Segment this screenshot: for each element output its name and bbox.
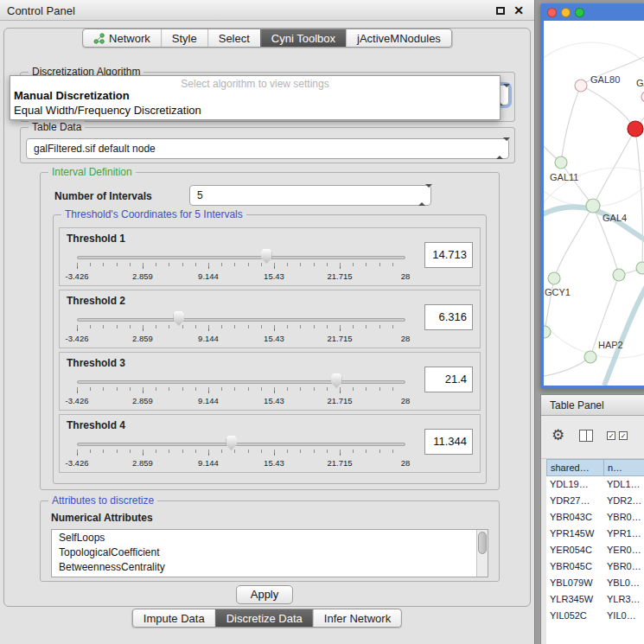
table-header-row: shared… n…: [546, 459, 644, 476]
threshold-label: Threshold 2: [67, 295, 125, 307]
table-cell[interactable]: YDR2…: [603, 493, 644, 509]
checkbox-icon[interactable]: ✓: [607, 431, 615, 440]
table-cell[interactable]: YIL0…: [603, 608, 644, 624]
column-header[interactable]: n…: [603, 459, 644, 476]
tab-label: Cyni Toolbox: [271, 32, 335, 45]
checkbox-icon[interactable]: ✓: [619, 431, 628, 440]
table-cell[interactable]: YBR0…: [603, 509, 644, 526]
dropdown-option[interactable]: Manual Discretization: [14, 89, 130, 102]
node-label: GCY1: [545, 287, 571, 297]
columns-icon[interactable]: [579, 430, 593, 442]
slider-ticks: [77, 263, 405, 266]
table-row[interactable]: YER054C YER0…: [546, 542, 644, 558]
table-row[interactable]: YBR045C YBR0…: [546, 558, 644, 575]
slider-thumb[interactable]: [173, 311, 184, 326]
table-cell[interactable]: YPR1…: [603, 526, 644, 542]
slider-thumb[interactable]: [331, 373, 342, 388]
tab-style[interactable]: Style: [161, 29, 207, 47]
tick-label: 28: [401, 396, 411, 405]
tick-label: 15.43: [264, 396, 284, 405]
tick-label: -3.426: [66, 458, 89, 468]
dropdown-option[interactable]: Equal Width/Frequency Discretization: [14, 104, 201, 117]
table-cell[interactable]: YBR045C: [546, 558, 603, 575]
attributes-list[interactable]: SelfLoops TopologicalCoefficient Between…: [51, 529, 488, 577]
table-cell[interactable]: YDR27…: [546, 493, 603, 509]
column-header[interactable]: shared…: [546, 459, 603, 476]
slider-track[interactable]: [77, 318, 405, 322]
table-row[interactable]: YBL079W YBL0…: [546, 575, 644, 591]
threshold-slider[interactable]: -3.426 2.859 9.144 15.43 21.715 28: [77, 436, 405, 472]
threshold-slider[interactable]: -3.426 2.859 9.144 15.43 21.715 28: [77, 373, 405, 410]
stepper-icon: [496, 141, 504, 156]
close-icon[interactable]: ✕: [513, 3, 524, 17]
network-view-window[interactable]: GAL80 GA GAL11 GAL4 GCY1 HAP2: [540, 3, 644, 389]
threshold-value-field[interactable]: 11.344: [424, 429, 473, 455]
table-cell[interactable]: YDL1…: [603, 476, 644, 493]
table-cell[interactable]: YBR0…: [603, 558, 644, 575]
list-item[interactable]: BetweennessCentrality: [52, 559, 488, 574]
tab-cyni-toolbox[interactable]: Cyni Toolbox: [260, 29, 346, 47]
tab-label: Infer Network: [324, 612, 391, 625]
table-cell[interactable]: YBL079W: [546, 575, 603, 591]
tab-discretize-data[interactable]: Discretize Data: [215, 609, 313, 627]
vertical-scrollbar[interactable]: [476, 530, 488, 577]
num-intervals-combobox[interactable]: 5: [189, 185, 431, 206]
table-cell[interactable]: YPR145W: [546, 526, 603, 542]
slider-thumb[interactable]: [226, 436, 237, 450]
list-item[interactable]: TopologicalCoefficient: [52, 545, 488, 559]
threshold-value-field[interactable]: 6.316: [424, 304, 473, 330]
tab-infer-network[interactable]: Infer Network: [313, 609, 401, 627]
tick-label: 9.144: [198, 396, 219, 405]
minimize-traffic-light[interactable]: [561, 8, 571, 17]
threshold-panel: Threshold 2 -3.426 2.859 9.144 15.43 21.…: [59, 290, 481, 348]
combobox-value: 5: [197, 189, 203, 201]
table-row[interactable]: YIL052C YIL0…: [546, 608, 644, 624]
table-cell[interactable]: YBR043C: [546, 509, 603, 526]
slider-track[interactable]: [77, 256, 405, 259]
float-window-icon[interactable]: [496, 7, 505, 15]
num-intervals-label: Number of Intervals: [54, 190, 152, 202]
table-cell[interactable]: YIL052C: [546, 608, 603, 624]
table-row[interactable]: YBR043C YBR0…: [546, 509, 644, 526]
table-cell[interactable]: YER054C: [546, 542, 603, 558]
table-row[interactable]: YLR345W YLR3…: [546, 591, 644, 608]
tick-label: 9.144: [198, 271, 219, 281]
table-cell[interactable]: YER0…: [603, 542, 644, 558]
table-cell[interactable]: YLR3…: [603, 591, 644, 608]
table-row[interactable]: YDR27… YDR2…: [546, 493, 644, 509]
slider-track[interactable]: [77, 380, 405, 384]
scrollbar-thumb[interactable]: [478, 532, 487, 554]
network-canvas[interactable]: GAL80 GA GAL11 GAL4 GCY1 HAP2: [544, 21, 644, 386]
table-cell[interactable]: YDL19…: [546, 476, 603, 493]
threshold-value-field[interactable]: 14.713: [424, 242, 473, 268]
tab-network[interactable]: Network: [83, 29, 161, 47]
control-panel-window: Control Panel ✕ Discretization Algorithm…: [0, 0, 535, 644]
group-title: Table Data: [29, 121, 85, 133]
apply-button[interactable]: Apply: [236, 585, 293, 604]
tick-label: 15.43: [264, 271, 284, 281]
table-cell[interactable]: YBL0…: [603, 575, 644, 591]
thresholds-group: Threshold's Coordinates for 5 Intervals …: [53, 214, 487, 484]
table-data-combobox[interactable]: galFiltered.sif default node: [26, 138, 509, 159]
list-item[interactable]: SelfLoops: [52, 530, 488, 545]
threshold-slider[interactable]: -3.426 2.859 9.144 15.43 21.715 28: [77, 249, 405, 285]
table-row[interactable]: YPR145W YPR1…: [546, 526, 644, 542]
gear-icon[interactable]: ⚙: [552, 426, 564, 443]
slider-track[interactable]: [77, 443, 405, 446]
window-title: Table Panel: [550, 399, 604, 411]
table-row[interactable]: YDL19… YDL1…: [546, 476, 644, 493]
tab-label: Network: [109, 32, 150, 45]
threshold-slider[interactable]: -3.426 2.859 9.144 15.43 21.715 28: [77, 311, 405, 348]
tab-select[interactable]: Select: [207, 29, 260, 47]
tab-impute-data[interactable]: Impute Data: [133, 609, 215, 627]
tick-label: 2.859: [132, 334, 153, 343]
close-traffic-light[interactable]: [547, 8, 557, 17]
tab-jactivemnodules[interactable]: jActiveMNodules: [346, 29, 451, 47]
table-cell[interactable]: YLR345W: [546, 591, 603, 608]
group-title: Attributes to discretize: [48, 494, 157, 507]
zoom-traffic-light[interactable]: [575, 8, 584, 17]
threshold-value-field[interactable]: 21.4: [424, 367, 473, 392]
slider-thumb[interactable]: [261, 249, 272, 264]
tick-label: -3.426: [66, 271, 89, 281]
slider-ticks: [77, 450, 405, 453]
